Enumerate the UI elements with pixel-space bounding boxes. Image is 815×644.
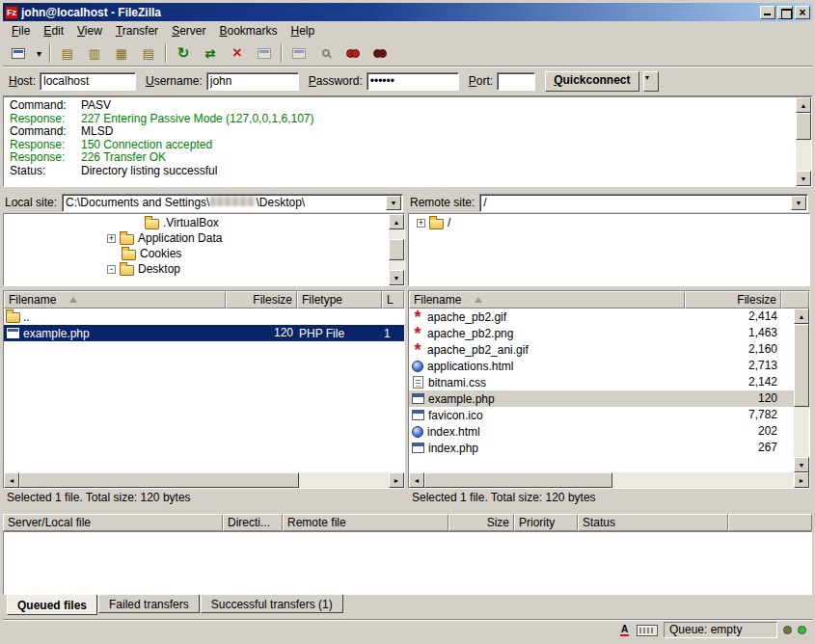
tree-item-cookies[interactable]: Cookies: [5, 246, 388, 261]
file-row[interactable]: bitnami.css2,142: [409, 374, 794, 390]
scroll-right-icon[interactable]: [389, 472, 404, 488]
close-button[interactable]: [795, 6, 810, 19]
file-row[interactable]: apache_pb2.png1,463: [409, 325, 794, 341]
remote-site-combobox[interactable]: /: [479, 194, 808, 212]
menu-help[interactable]: Help: [285, 22, 322, 40]
scroll-left-icon[interactable]: [4, 472, 19, 488]
menu-edit[interactable]: Edit: [37, 22, 70, 40]
column-header-filename[interactable]: Filename: [4, 291, 226, 309]
tab-queued-files[interactable]: Queued files: [7, 595, 97, 615]
tree-item-root[interactable]: /: [410, 215, 793, 230]
quickconnect-button[interactable]: Quickconnect: [545, 71, 638, 92]
password-label: Password:: [309, 74, 363, 88]
tree-item-virtualbox[interactable]: .VirtualBox: [5, 215, 388, 230]
remote-site-dropdown-icon[interactable]: [791, 196, 806, 210]
remote-horizontal-scrollbar[interactable]: [409, 472, 809, 488]
collapse-icon[interactable]: [107, 265, 116, 274]
file-row[interactable]: index.html202: [409, 423, 794, 440]
file-row[interactable]: index.php267: [409, 440, 794, 456]
queue-sash[interactable]: [3, 506, 812, 514]
log-vertical-scrollbar[interactable]: [796, 97, 811, 186]
column-header-lastmodified[interactable]: L: [382, 291, 404, 309]
scroll-down-icon[interactable]: [794, 457, 809, 472]
file-row-parent-dir[interactable]: ..: [4, 309, 404, 325]
queue-list[interactable]: [3, 531, 812, 595]
menu-file[interactable]: File: [5, 22, 37, 40]
scrollbar-thumb[interactable]: [794, 324, 809, 407]
keyboard-icon[interactable]: [637, 625, 658, 636]
minimize-button[interactable]: [760, 6, 775, 19]
reconnect-button[interactable]: [286, 42, 312, 64]
port-input[interactable]: [497, 72, 535, 91]
column-header-filesize[interactable]: Filesize: [685, 291, 781, 309]
message-log-lines: Command:PASV Response:227 Entering Passi…: [10, 99, 794, 184]
tab-successful-transfers[interactable]: Successful transfers (1): [201, 595, 343, 613]
process-queue-button[interactable]: [198, 42, 223, 64]
queue-column-priority[interactable]: Priority: [514, 514, 578, 531]
queue-column-direction[interactable]: Directi...: [223, 514, 283, 531]
menu-server[interactable]: Server: [165, 22, 212, 40]
local-tree-scrollbar[interactable]: [389, 214, 404, 285]
expand-icon[interactable]: [107, 234, 116, 243]
queue-column-size[interactable]: Size: [448, 514, 514, 531]
file-row[interactable]: apache_pb2.gif2,414: [409, 309, 794, 325]
username-input[interactable]: [206, 72, 299, 91]
scroll-down-icon[interactable]: [389, 270, 404, 285]
queue-column-status[interactable]: Status: [578, 514, 728, 531]
scroll-right-icon[interactable]: [794, 472, 809, 488]
file-row-selected[interactable]: example.php120: [409, 390, 794, 407]
log-line: Status:Directory listing successful: [10, 165, 794, 178]
file-row[interactable]: applications.html2,713: [409, 358, 794, 374]
host-input[interactable]: [40, 72, 136, 91]
menu-bookmarks[interactable]: Bookmarks: [212, 22, 284, 40]
toolbar: [3, 40, 812, 67]
scroll-up-icon[interactable]: [794, 309, 809, 324]
quickconnect-dropdown-button[interactable]: [643, 71, 659, 92]
queue-column-server-local-file[interactable]: Server/Local file: [3, 514, 223, 531]
password-input[interactable]: [367, 72, 459, 91]
tab-failed-transfers[interactable]: Failed transfers: [98, 595, 200, 613]
column-header-filetype[interactable]: Filetype: [297, 291, 382, 309]
scrollbar-thumb[interactable]: [19, 472, 299, 488]
menu-view[interactable]: View: [70, 22, 109, 40]
queue-column-remote-file[interactable]: Remote file: [283, 514, 448, 531]
disconnect-button[interactable]: [252, 42, 277, 64]
redacted-username: [210, 197, 255, 206]
scrollbar-thumb[interactable]: [424, 472, 612, 488]
local-site-dropdown-icon[interactable]: [386, 196, 401, 210]
local-horizontal-scrollbar[interactable]: [4, 472, 404, 488]
find-files-button[interactable]: [367, 42, 393, 64]
scroll-left-icon[interactable]: [409, 472, 424, 488]
site-manager-button[interactable]: [6, 42, 31, 64]
column-header-filesize[interactable]: Filesize: [226, 291, 297, 309]
tree-item-desktop[interactable]: Desktop: [5, 261, 388, 277]
filter-button[interactable]: [313, 42, 339, 64]
expand-icon[interactable]: [417, 219, 425, 228]
site-manager-dropdown-button[interactable]: [33, 42, 45, 64]
menu-transfer[interactable]: Transfer: [109, 22, 165, 40]
local-list-body: .. example.php 120 PHP File 1: [4, 309, 404, 472]
maximize-button[interactable]: [777, 6, 793, 19]
tree-item-application-data[interactable]: Application Data: [5, 230, 388, 246]
scrollbar-thumb[interactable]: [389, 239, 404, 260]
queue-header: Server/Local file Directi... Remote file…: [3, 514, 812, 531]
cancel-operation-button[interactable]: [225, 42, 250, 64]
column-header-filename[interactable]: Filename: [409, 291, 685, 309]
letter-a-icon[interactable]: [618, 624, 631, 636]
file-row-example-php[interactable]: example.php 120 PHP File 1: [4, 325, 404, 341]
compare-button[interactable]: [340, 42, 366, 64]
remote-vertical-scrollbar[interactable]: [794, 309, 809, 472]
toggle-queue-button[interactable]: [136, 42, 161, 64]
scroll-down-icon[interactable]: [796, 171, 811, 186]
scroll-up-icon[interactable]: [389, 214, 404, 229]
toggle-remote-tree-button[interactable]: [109, 42, 134, 64]
toggle-message-log-button[interactable]: [55, 42, 80, 64]
scrollbar-thumb[interactable]: [796, 113, 811, 140]
refresh-button[interactable]: [171, 42, 196, 64]
scroll-up-icon[interactable]: [796, 97, 811, 113]
local-site-combobox[interactable]: C:\Documents and Settings\\Desktop\: [62, 194, 403, 212]
column-header-filler: [781, 291, 809, 309]
toggle-local-tree-button[interactable]: [82, 42, 107, 64]
file-row[interactable]: favicon.ico7,782: [409, 407, 794, 423]
file-row[interactable]: apache_pb2_ani.gif2,160: [409, 341, 794, 358]
